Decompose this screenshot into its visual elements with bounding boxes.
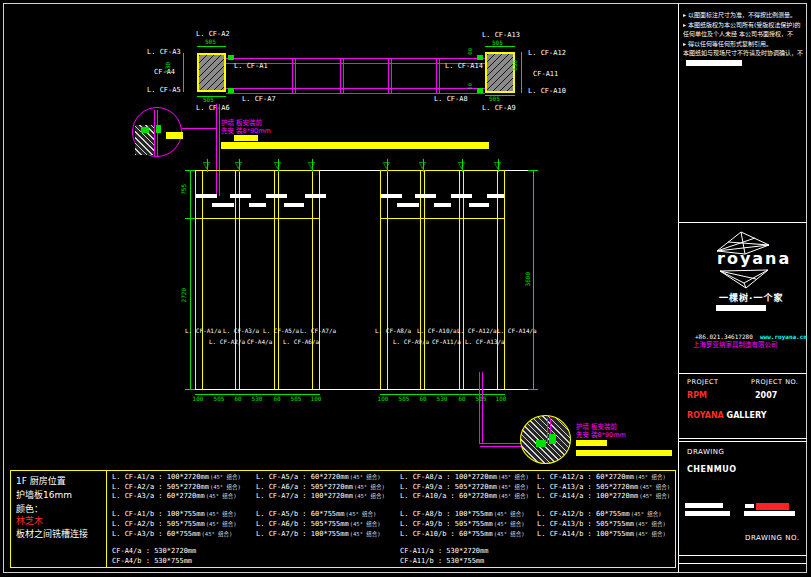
highlight-bar [234,135,258,141]
panel-edge [463,170,464,389]
part-spec: L. CF-A3/b : 60*755mm [112,530,201,538]
plan-dim: 60 [468,83,474,90]
fastener-icon: ▽ [235,161,242,170]
dim-line [183,53,184,92]
highlight-bar [576,440,607,446]
part-spec: L. CF-A14/b : 100*755mm [537,530,634,538]
panel-edge [497,170,498,389]
parts-group: L. CF-A8/b : 100*755mm(45° 组合)L. CF-A9/b… [400,510,542,539]
part-row: L. CF-A2/b : 505*755mm(45° 组合) [112,520,254,530]
part-spec: L. CF-A5/b : 60*755mm [256,510,345,518]
parts-group: L. CF-A12/b : 60*755mm(45° 组合)L. CF-A13/… [537,510,679,539]
titleblock-divider [678,222,807,223]
batten-bar [284,203,304,207]
part-row: L. CF-A3/a : 60*2720mm(45° 组合) [112,492,254,502]
panel-edge [239,170,240,389]
batten-bar [469,203,489,207]
batten-bar [230,194,251,198]
dim-line [190,170,191,389]
project-no-label: PROJECT NO. [751,379,798,386]
plan-label: L. CF-A3 [147,49,181,56]
fastener-mark [549,434,556,444]
batten-bar [305,194,326,198]
parts-group: CF-A4/a : 530*2720mmCF-A4/b : 530*755mm [112,547,254,566]
dim-value: 100 [310,396,323,402]
plan-label: L. CF-A7 [242,96,276,103]
leader-line [480,443,522,444]
dim-line [197,46,226,47]
part-row: L. CF-A3/b : 60*755mm(45° 组合) [112,530,254,540]
info-color-label: 颜色： [16,505,43,514]
part-spec: L. CF-A9/b : 505*755mm [400,520,493,528]
part-row: L. CF-A13/b : 505*755mm(45° 组合) [537,520,679,530]
note-line: ▸ 以图面标注尺寸为准，不得按比例测量。 [683,10,805,20]
part-join-note: (45° 组合) [206,493,237,499]
batten-bar [451,194,472,198]
field-bar [745,504,754,508]
panel-rail-edge [380,218,505,219]
rail-line [226,58,485,59]
fastener-mark [536,440,546,447]
panel-edge [235,170,236,389]
panel-edge [195,170,196,389]
plan-dim: 630 [512,60,518,71]
part-spec: CF-A11/a : 530*2720mm [400,547,489,555]
note-line: ▸ 得以任何等任何形式复制引用。 [683,39,805,49]
panel-top-edge [380,170,505,171]
panel-label: L. CF-A13/a [465,338,505,345]
part-join-note: (45° 组合) [346,511,377,517]
panel-edge [387,170,388,389]
dim-value: 505 [475,396,488,402]
brand-bar [716,305,766,311]
batten-bar [249,203,266,207]
fastener-icon: ▽ [419,161,426,170]
panel-edge [420,170,421,389]
panel-label: L. CF-A1/a [185,327,221,334]
panel-edge [504,170,505,389]
fastener-mark [141,127,149,133]
project-name: RPM [687,392,707,400]
parts-column-3: L. CF-A8/a : 100*2720mm(45° 组合)L. CF-A9/… [400,473,542,575]
dim-value: 60 [272,396,281,402]
titleblock-divider [678,555,807,556]
rail-line [226,93,485,94]
brand-website[interactable]: www.royana.cn [760,334,807,340]
cad-sheet: L. CF-A2 505 L. CF-A3 CF-A4 630 L. CF-A5… [0,0,811,577]
rail-divider [340,58,341,94]
part-spec: L. CF-A1/b : 100*755mm [112,510,205,518]
fastener-mark [228,88,234,93]
part-spec: L. CF-A13/b : 505*755mm [537,520,634,528]
panel-edge [424,170,425,389]
part-join-note: (45° 组合) [206,511,237,517]
part-spec: L. CF-A6/a : 505*2720mm [256,483,353,491]
parts-strip-divider [106,470,107,568]
dim-value: 505 [398,396,411,402]
dim-value: 505 [213,396,226,402]
brand-tagline: 一棵树·一个家 [719,294,783,303]
part-row: L. CF-A9/a : 505*2720mm(45° 组合) [400,483,542,493]
project-gallery: ROYANA GALLERY [687,412,767,420]
plan-dim: 630 [165,62,171,73]
panel-label: CF-A11/a [432,338,461,345]
part-row: L. CF-A14/a : 100*2720mm(45° 组合) [537,492,679,502]
rail-divider [295,58,296,94]
part-row: L. CF-A1/b : 100*755mm(45° 组合) [112,510,254,520]
plan-label: L. CF-A14 [445,63,483,70]
batten-bar [381,194,402,198]
part-row: L. CF-A10/b : 60*755mm(45° 组合) [400,530,542,540]
dim-tick [185,218,195,219]
fastener-icon: ▽ [494,161,501,170]
part-row: L. CF-A7/a : 100*2720mm(45° 组合) [256,492,398,502]
callout-text: 先安 装8*90mm [576,432,626,439]
plan-left-panel-block [197,53,226,92]
plan-dim: 505 [489,96,500,102]
parts-column-4: L. CF-A12/a : 60*2720mm(45° 组合)L. CF-A13… [537,473,679,547]
rail-divider [391,58,392,94]
part-join-note: (45° 组合) [202,531,233,537]
part-row: L. CF-A12/a : 60*2720mm(45° 组合) [537,473,679,483]
note-redacted-bar [686,60,742,66]
dim-value: 505 [290,396,303,402]
part-join-note: (45° 组合) [206,521,237,527]
panel-label: L. CF-A14/a [497,327,537,334]
part-spec: L. CF-A10/a : 60*2720mm [400,492,497,500]
